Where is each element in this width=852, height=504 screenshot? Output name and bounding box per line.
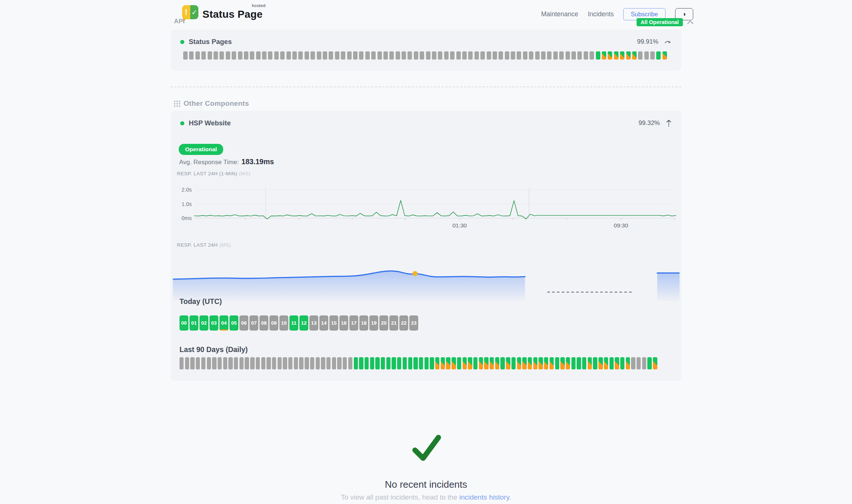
grid-icon xyxy=(174,101,180,107)
uptime-bar-deg xyxy=(446,357,450,369)
hour-incident-marker xyxy=(221,329,227,331)
uptime-bar-empty xyxy=(407,51,412,60)
uptime-bar-empty xyxy=(286,51,291,60)
uptime-bar-deg xyxy=(435,357,439,369)
hour-block-07: 07 xyxy=(249,315,258,331)
uptime-bar-up xyxy=(593,357,597,369)
uptime-bar-empty xyxy=(189,51,194,60)
uptime-bar-deg xyxy=(608,51,612,60)
all-operational-badge[interactable]: All Operational xyxy=(637,18,683,26)
uptime-bar-empty xyxy=(283,357,287,369)
uptime-bar-deg xyxy=(484,357,488,369)
uptime-bar-empty xyxy=(396,51,400,60)
today-title: Today (UTC) xyxy=(180,297,222,306)
incidents-history-link[interactable]: incidents history xyxy=(459,493,509,501)
uptime-bar-empty xyxy=(480,51,485,60)
uptime-bar-empty xyxy=(321,357,325,369)
uptime-bar-empty xyxy=(389,51,394,60)
uptime-bar-empty xyxy=(499,51,503,60)
uptime-bar-deg xyxy=(632,51,637,60)
uptime-bar-empty xyxy=(207,357,211,369)
uptime-bar-empty xyxy=(294,357,298,369)
uptime-bar-up xyxy=(375,357,379,369)
section-divider xyxy=(171,87,681,87)
uptime-bar-up xyxy=(381,357,385,369)
response-time-line-chart: 2.0s1.0s0ms01:3009:30 xyxy=(177,185,678,231)
uptime-bar-empty xyxy=(256,51,261,60)
uptime-bar-deg xyxy=(441,357,445,369)
overall-status-row: All Operational xyxy=(637,18,694,26)
arrow-up-dotted-icon xyxy=(666,119,672,127)
uptime-bar-up xyxy=(571,357,576,369)
chevron-up-icon[interactable] xyxy=(687,20,694,24)
uptime-bar-up xyxy=(656,51,661,60)
uptime-bar-up xyxy=(397,357,401,369)
uptime-bar-up xyxy=(582,357,586,369)
uptime-bar-empty xyxy=(577,51,582,60)
uptime-bar-empty xyxy=(298,51,303,60)
refresh-button[interactable] xyxy=(664,39,672,45)
uptime-bar-empty xyxy=(642,357,646,369)
logo[interactable]: ! ✓ Status Page hosted xyxy=(182,5,262,20)
uptime-bar-empty xyxy=(261,357,265,369)
uptime-bar-empty xyxy=(223,357,227,369)
last90-title: Last 90 Days (Daily) xyxy=(180,345,248,354)
hour-block-04: 04 xyxy=(219,315,228,331)
uptime-bar-deg xyxy=(522,357,526,369)
uptime-bar-up xyxy=(457,357,461,369)
uptime-bar-empty xyxy=(517,51,521,60)
uptime-bar-empty xyxy=(238,51,242,60)
uptime-bar-empty xyxy=(212,357,216,369)
uptime-bar-deg xyxy=(560,357,564,369)
uptime-bar-deg xyxy=(544,357,548,369)
uptime-bar-empty xyxy=(468,51,473,60)
uptime-bar-empty xyxy=(343,357,347,369)
hour-block-17: 17 xyxy=(349,315,358,331)
uptime-bar-deg xyxy=(620,51,624,60)
today-hour-blocks: 0001020304050607080910111213141516171819… xyxy=(180,315,418,331)
theme-contrast-icon: ◑ xyxy=(682,10,686,18)
uptime-bar-up xyxy=(403,357,407,369)
incidents-subtitle: To view all past incidents, head to the … xyxy=(0,493,852,501)
uptime-bar-empty xyxy=(335,51,339,60)
uptime-bar-empty xyxy=(201,357,205,369)
uptime-bar-up xyxy=(647,357,651,369)
collapse-button[interactable] xyxy=(666,119,672,127)
component-header-row: Status Pages 99.91% xyxy=(171,30,681,46)
uptime-bar-empty xyxy=(650,51,655,60)
uptime-bar-up xyxy=(425,357,429,369)
component-header-row: HSP Website 99.32% xyxy=(171,111,681,127)
uptime-bar-up xyxy=(408,357,412,369)
nav-maintenance-link[interactable]: Maintenance xyxy=(541,10,578,18)
nav-incidents-link[interactable]: Incidents xyxy=(588,10,614,18)
uptime-bar-empty xyxy=(219,51,224,60)
last90-day-bars xyxy=(180,357,657,369)
uptime-bar-empty xyxy=(317,51,321,60)
uptime-bar-up xyxy=(610,357,614,369)
uptime-percentage: 99.91% xyxy=(637,38,658,45)
uptime-bar-empty xyxy=(256,357,260,369)
uptime-bar-deg xyxy=(463,357,467,369)
uptime-bar-empty xyxy=(280,51,285,60)
uptime-bar-empty xyxy=(347,51,352,60)
uptime-bar-empty xyxy=(250,357,254,369)
uptime-bar-empty xyxy=(529,51,533,60)
uptime-bar-empty xyxy=(432,51,436,60)
uptime-bar-empty xyxy=(190,357,194,369)
hour-block-00: 00 xyxy=(180,315,188,331)
uptime-bar-empty xyxy=(196,357,200,369)
uptime-bar-deg xyxy=(452,357,456,369)
uptime-bar-empty xyxy=(371,51,376,60)
uptime-bar-deg xyxy=(588,357,592,369)
uptime-bars xyxy=(183,51,667,60)
uptime-bar-empty xyxy=(493,51,497,60)
response-time-area-chart xyxy=(173,254,680,301)
logo-hosted-superscript: hosted xyxy=(252,3,266,8)
uptime-bar-empty xyxy=(299,357,303,369)
uptime-percentage: 99.32% xyxy=(638,119,660,127)
uptime-bar-up xyxy=(430,357,434,369)
uptime-bar-empty xyxy=(228,357,232,369)
uptime-bar-empty xyxy=(244,51,248,60)
uptime-bar-up xyxy=(596,51,600,60)
avg-response-value: 183.19ms xyxy=(241,158,274,166)
